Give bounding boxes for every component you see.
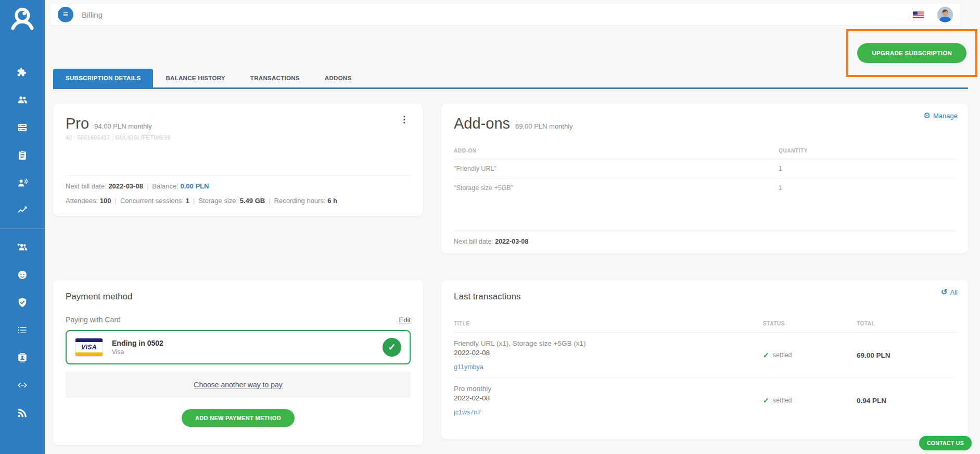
selected-payment-card[interactable]: VISA Ending in 0502 Visa xyxy=(66,330,411,364)
balance-value: 0.00 PLN xyxy=(181,182,209,190)
addons-price: 69.00 PLN monthly xyxy=(515,122,573,130)
manage-addons-link[interactable]: Manage xyxy=(924,111,958,120)
plan-name: Pro xyxy=(66,115,89,132)
addons-table: ADD-ON QUANTITY "Friendly URL" 1 "Storag… xyxy=(454,148,956,197)
sidebar-nav-bottom xyxy=(17,242,28,419)
selected-check-icon xyxy=(383,338,401,357)
addons-col-quantity: QUANTITY xyxy=(779,148,956,154)
us-flag-icon[interactable] xyxy=(913,11,924,18)
users-icon[interactable] xyxy=(17,94,28,106)
plan-billing-line: Next bill date: 2022-03-08|Balance: 0.00… xyxy=(66,182,411,190)
transaction-status: settled xyxy=(763,396,857,405)
add-users-icon[interactable] xyxy=(17,242,28,253)
code-icon[interactable] xyxy=(17,380,28,391)
tab-addons[interactable]: ADDONS xyxy=(312,69,364,87)
settled-check-icon xyxy=(763,351,769,359)
transaction-row: Friendly URL (x1), Storage size +5GB (x1… xyxy=(454,333,956,378)
payment-method-card: Payment method Paying with Card Edit VIS… xyxy=(53,280,423,445)
tab-transactions[interactable]: TRANSACTIONS xyxy=(238,69,312,87)
sidebar-divider xyxy=(0,229,45,229)
transaction-status: settled xyxy=(763,351,857,359)
kebab-menu-icon[interactable] xyxy=(398,115,411,124)
transaction-total: 0.94 PLN xyxy=(857,397,956,405)
upgrade-subscription-button[interactable]: UPGRADE SUBSCRIPTION xyxy=(857,43,966,63)
addon-name: "Friendly URL" xyxy=(454,165,779,172)
transactions-col-title: TITLE xyxy=(454,321,763,326)
plan-card: Pro 94.00 PLN monthly 40 : 5861686417 : … xyxy=(53,104,423,216)
user-avatar[interactable] xyxy=(937,7,953,22)
addon-row: "Storage size +5GB" 1 xyxy=(454,179,956,197)
transactions-title: Last transactions xyxy=(454,292,956,302)
transactions-col-status: STATUS xyxy=(763,321,857,326)
addon-name: "Storage size +5GB" xyxy=(454,184,779,192)
visa-logo: VISA xyxy=(75,338,103,357)
all-transactions-link[interactable]: All xyxy=(941,287,958,297)
puzzle-icon[interactable] xyxy=(17,67,28,78)
transactions-header-row: TITLE STATUS TOTAL xyxy=(454,321,956,333)
transaction-id-link[interactable]: jc1ws7n7 xyxy=(454,409,763,416)
addon-quantity: 1 xyxy=(779,184,956,192)
addons-col-addon: ADD-ON xyxy=(454,148,779,154)
hamburger-icon[interactable] xyxy=(58,7,73,22)
list-icon[interactable] xyxy=(17,324,28,336)
contact-us-button[interactable]: CONTACT US xyxy=(919,436,972,450)
contact-card-icon[interactable] xyxy=(17,352,28,363)
gear-icon xyxy=(924,111,931,120)
choose-payment-bar: Choose another way to pay xyxy=(66,372,411,398)
choose-another-way-link[interactable]: Choose another way to pay xyxy=(194,381,282,389)
plan-price: 94.00 PLN monthly xyxy=(94,122,152,130)
transaction-date: 2022-02-08 xyxy=(454,394,763,402)
addons-title: Add-ons xyxy=(454,115,510,132)
payment-title: Payment method xyxy=(66,292,411,302)
page-title: Billing xyxy=(82,10,103,19)
card-ending: Ending in 0502 xyxy=(112,339,163,347)
addons-next-bill: Next bill date: 2022-03-08 xyxy=(454,231,956,245)
addon-row: "Friendly URL" 1 xyxy=(454,159,956,179)
subscription-id: 40 : 5861686417 : GULIOSLIFETIME99 xyxy=(66,134,411,141)
transaction-total: 69.00 PLN xyxy=(857,351,956,359)
webcam-logo-icon[interactable] xyxy=(9,5,36,32)
rss-icon[interactable] xyxy=(17,407,28,419)
tab-subscription-details[interactable]: SUBSCRIPTION DETAILS xyxy=(53,69,153,87)
add-new-payment-method-button[interactable]: ADD NEW PAYMENT METHOD xyxy=(182,409,295,427)
transaction-id-link[interactable]: g11ymbya xyxy=(454,363,763,371)
transaction-date: 2022-02-08 xyxy=(454,349,763,357)
card-type: Visa xyxy=(112,348,163,356)
tab-balance-history[interactable]: BALANCE HISTORY xyxy=(153,69,237,87)
addons-card: Manage Add-ons 69.00 PLN monthly ADD-ON … xyxy=(441,104,968,254)
paying-with-label: Paying with Card xyxy=(66,316,121,324)
smiley-icon[interactable] xyxy=(17,269,28,281)
top-bar: Billing xyxy=(50,4,960,25)
transaction-row: Pro monthly 2022-02-08 jc1ws7n7 settled … xyxy=(454,378,956,423)
plan-limits-line: Attendees: 100|Concurrent sessions: 1|St… xyxy=(66,197,411,205)
addon-quantity: 1 xyxy=(779,165,956,172)
person-broadcast-icon[interactable] xyxy=(17,177,28,188)
sidebar-nav-top xyxy=(17,67,28,216)
sidebar xyxy=(0,0,45,454)
shield-check-icon[interactable] xyxy=(17,297,28,308)
storage-icon[interactable] xyxy=(17,122,28,133)
settled-check-icon xyxy=(763,396,769,405)
transaction-title: Friendly URL (x1), Storage size +5GB (x1… xyxy=(454,339,763,347)
main-content: SUBSCRIPTION DETAILS BALANCE HISTORY TRA… xyxy=(45,25,980,454)
trending-up-icon[interactable] xyxy=(17,205,28,216)
tab-bar: SUBSCRIPTION DETAILS BALANCE HISTORY TRA… xyxy=(53,69,968,89)
upgrade-highlight-box: UPGRADE SUBSCRIPTION xyxy=(846,29,977,77)
transactions-col-total: TOTAL xyxy=(857,321,956,326)
history-icon xyxy=(941,287,948,297)
plan-divider xyxy=(66,175,411,175)
edit-payment-link[interactable]: Edit xyxy=(399,316,411,324)
last-transactions-card: All Last transactions TITLE STATUS TOTAL… xyxy=(441,280,968,439)
transaction-title: Pro monthly xyxy=(454,385,763,393)
clipboard-icon[interactable] xyxy=(17,149,28,161)
